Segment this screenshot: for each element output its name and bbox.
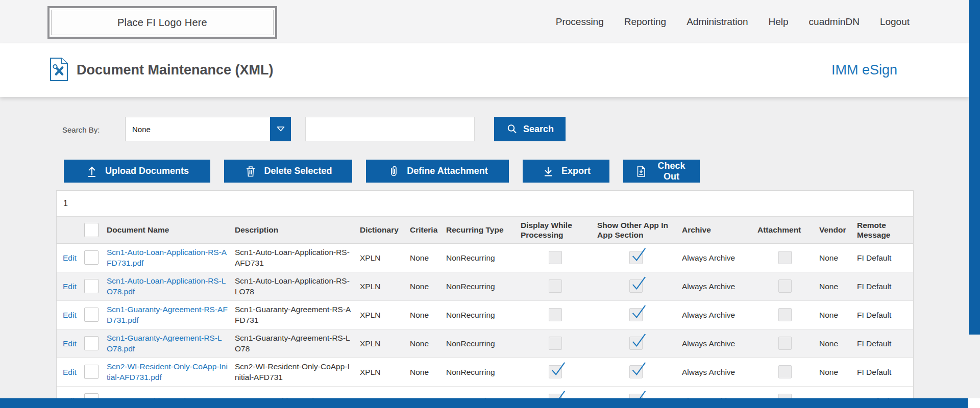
row-select-checkbox[interactable] xyxy=(84,250,99,265)
paperclip-icon xyxy=(387,165,400,178)
search-input[interactable] xyxy=(305,117,475,141)
criteria-cell: None xyxy=(406,358,442,386)
search-by-selected-value: None xyxy=(126,117,270,141)
attachment-checkbox xyxy=(778,279,792,293)
table-row: Edit Scn1-Guaranty-Agreement-RS-LO78.pdf… xyxy=(57,329,913,358)
nav-item-reporting[interactable]: Reporting xyxy=(624,16,666,28)
search-by-select[interactable]: None xyxy=(125,117,291,141)
nav-item-help[interactable]: Help xyxy=(769,16,789,28)
maintenance-document-icon xyxy=(48,57,69,82)
edit-link[interactable]: Edit xyxy=(63,311,77,319)
description-cell: Scn1-Guaranty-Agreement-RS-AFD731 xyxy=(231,300,356,329)
select-all-checkbox[interactable] xyxy=(84,223,99,237)
description-cell: Scn1-Auto-Loan-Application-RS-AFD731 xyxy=(231,243,356,272)
archive-cell: Always Archive xyxy=(678,300,753,329)
table-row: Edit Scn1-Auto-Loan-Application-RS-AFD73… xyxy=(57,243,913,272)
dictionary-cell: XPLN xyxy=(356,329,406,358)
show-other-app-checkbox xyxy=(629,251,643,264)
search-by-label: Search By: xyxy=(62,125,100,134)
vertical-scrollbar-thumb[interactable] xyxy=(969,0,980,335)
search-button-label: Search xyxy=(523,124,554,135)
top-navigation-bar: Place FI Logo Here Processing Reporting … xyxy=(0,0,980,43)
display-while-processing-checkbox xyxy=(549,279,562,293)
check-out-button[interactable]: Check Out xyxy=(623,160,700,183)
table-row: Edit Scn1-Guaranty-Agreement-RS-AFD731.p… xyxy=(57,300,913,329)
check-icon xyxy=(550,361,566,377)
document-name-link[interactable]: Scn1-Guaranty-Agreement-RS-LO78.pdf xyxy=(107,334,222,353)
remote-message-cell: FI Default xyxy=(853,243,913,272)
row-select-checkbox[interactable] xyxy=(84,308,99,322)
action-toolbar: Upload Documents Delete Selected Define … xyxy=(64,160,700,183)
show-other-app-checkbox xyxy=(629,279,643,293)
export-button[interactable]: Export xyxy=(523,160,609,183)
edit-link[interactable]: Edit xyxy=(63,282,77,291)
archive-cell: Always Archive xyxy=(678,243,753,272)
attachment-checkbox xyxy=(778,308,792,321)
remote-message-cell: FI Default xyxy=(853,300,913,329)
column-header-dictionary: Dictionary xyxy=(356,217,406,243)
attachment-checkbox xyxy=(778,365,792,378)
dictionary-cell: XPLN xyxy=(356,272,406,300)
column-header-attachment: Attachment xyxy=(753,217,815,243)
vertical-scrollbar-track[interactable] xyxy=(969,0,980,408)
criteria-cell: None xyxy=(406,300,442,329)
attachment-checkbox xyxy=(778,251,792,264)
check-out-label: Check Out xyxy=(654,161,689,182)
column-header-display-while-processing: Display While Processing xyxy=(517,217,593,243)
nav-item-processing[interactable]: Processing xyxy=(556,16,604,28)
edit-link[interactable]: Edit xyxy=(63,368,77,376)
row-select-checkbox[interactable] xyxy=(84,336,99,350)
recurring-type-cell: NonRecurring xyxy=(442,272,517,300)
archive-cell: Always Archive xyxy=(678,329,753,358)
vendor-cell: None xyxy=(815,358,853,386)
column-header-archive: Archive xyxy=(678,217,753,243)
pagination-bar: 1 xyxy=(57,191,913,217)
scrollbar-corner xyxy=(968,398,980,408)
document-name-link[interactable]: Scn1-Auto-Loan-Application-RS-AFD731.pdf xyxy=(107,248,227,267)
nav-item-user-cuadmindn[interactable]: cuadminDN xyxy=(809,16,860,28)
upload-documents-button[interactable]: Upload Documents xyxy=(64,160,210,183)
vendor-cell: None xyxy=(815,272,853,300)
delete-selected-label: Delete Selected xyxy=(264,166,332,176)
row-select-checkbox[interactable] xyxy=(84,365,99,379)
edit-link[interactable]: Edit xyxy=(63,253,77,262)
description-cell: Scn2-WI-Resident-Only-CoApp-Initial-AFD7… xyxy=(231,358,356,386)
show-other-app-checkbox xyxy=(629,308,643,321)
column-header-document-name: Document Name xyxy=(103,217,231,243)
search-button[interactable]: Search xyxy=(494,117,566,141)
row-select-checkbox[interactable] xyxy=(84,279,99,293)
define-attachment-button[interactable]: Define Attachment xyxy=(366,160,509,183)
column-header-description: Description xyxy=(231,217,356,243)
export-label: Export xyxy=(561,166,591,176)
document-maintenance-page: { "topbar": { "logo_text": "Place FI Log… xyxy=(0,0,980,408)
nav-item-administration[interactable]: Administration xyxy=(687,16,748,28)
archive-cell: Always Archive xyxy=(678,272,753,300)
delete-selected-button[interactable]: Delete Selected xyxy=(224,160,352,183)
document-name-link[interactable]: Scn2-WI-Resident-Only-CoApp-Initial-AFD7… xyxy=(107,362,228,381)
dictionary-cell: XPLN xyxy=(356,300,406,329)
check-icon xyxy=(630,361,647,377)
document-name-link[interactable]: Scn1-Auto-Loan-Application-RS-LO78.pdf xyxy=(107,276,226,296)
download-icon xyxy=(542,165,555,178)
nav-item-logout[interactable]: Logout xyxy=(880,16,910,28)
document-name-link[interactable]: Scn1-Guaranty-Agreement-RS-AFD731.pdf xyxy=(107,305,228,324)
attachment-checkbox xyxy=(778,337,792,350)
dictionary-cell: XPLN xyxy=(356,358,406,386)
show-other-app-checkbox xyxy=(629,365,643,378)
page-number-current[interactable]: 1 xyxy=(63,199,68,208)
fi-logo-placeholder: Place FI Logo Here xyxy=(47,6,277,39)
edit-link[interactable]: Edit xyxy=(63,339,77,348)
remote-message-cell: FI Default xyxy=(853,358,913,386)
display-while-processing-checkbox xyxy=(549,251,562,264)
table-header-row: Document Name Description Dictionary Cri… xyxy=(57,217,913,243)
upload-icon xyxy=(85,165,99,178)
horizontal-scrollbar-thumb[interactable] xyxy=(0,398,968,408)
documents-table: Document Name Description Dictionary Cri… xyxy=(57,217,913,408)
display-while-processing-checkbox xyxy=(549,308,562,321)
archive-cell: Always Archive xyxy=(678,358,753,386)
document-table-body: Edit Scn1-Auto-Loan-Application-RS-AFD73… xyxy=(57,243,913,408)
define-attachment-label: Define Attachment xyxy=(407,166,487,176)
main-navigation: Processing Reporting Administration Help… xyxy=(556,0,910,43)
documents-table-card: 1 Document Name Description Dictionary C… xyxy=(56,190,914,408)
column-header-recurring-type: Recurring Type xyxy=(442,217,517,243)
